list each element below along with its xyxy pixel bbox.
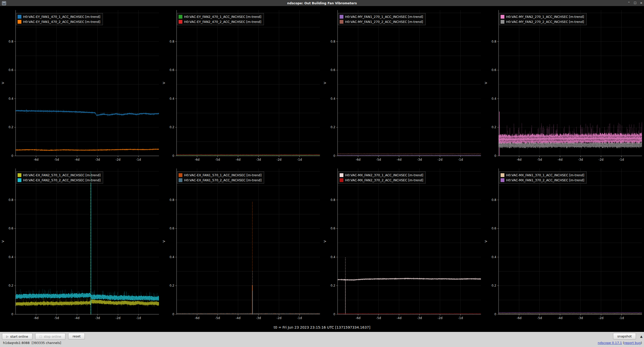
legend-channel-label: H0:VAC-EY_FAN2_470_1_ACC_INCHSEC [m-tren… [184,15,261,19]
play-icon: ▷ [6,335,8,338]
legend-channel-label: H0:VAC-MX_FAN2_370_1_ACC_INCHSEC [m-tren… [345,173,423,177]
x-tick-label: -6d [195,316,200,320]
plot-canvas-EX_FAN2_570[interactable]: 00.20.40.60.8-6d-5d-4d-3d-2d-1dV [0,164,161,323]
legend-entry: H0:VAC-MY_FAN1_270_1_ACC_INCHSEC [m-tren… [340,14,423,19]
window-titlebar: ndscope: Out Building Fan Vibrometers ⌃ … [0,0,644,6]
plot-legend[interactable]: H0:VAC-MX_FAN1_370_1_ACC_INCHSEC [m-tren… [499,171,587,184]
x-tick-label: -5d [54,316,59,320]
x-tick-label: -4d [396,158,401,161]
x-tick-label: -3d [417,316,422,320]
legend-swatch-icon [18,173,21,177]
snapshot-button[interactable]: snapshot [613,333,636,339]
legend-channel-label: H0:VAC-MY_FAN2_270_2_ACC_INCHSEC [m-tren… [506,20,584,24]
plot-canvas-MX_FAN2_370[interactable]: 00.20.40.60.8-6d-5d-4d-3d-2d-1dV [322,164,483,323]
legend-entry: H0:VAC-MY_FAN2_270_1_ACC_INCHSEC [m-tren… [501,14,584,19]
stop-online-button[interactable]: □ stop online [35,333,66,340]
x-tick-label: -3d [95,316,100,320]
legend-entry: H0:VAC-MX_FAN2_370_1_ACC_INCHSEC [m-tren… [340,172,423,178]
plot-panel-MY_FAN1_270: 00.20.40.60.8-6d-5d-4d-3d-2d-1dVH0:VAC-M… [322,6,483,164]
plot-panel-EY_FAN1_470: 00.20.40.60.8-6d-5d-4d-3d-2d-1dVH0:VAC-E… [0,6,161,164]
plot-canvas-EX_FAN1_570[interactable]: 00.20.40.60.8-6d-5d-4d-3d-2d-1dV [161,164,322,323]
series-H0-VAC-EY_FAN2_470_1_ACC_INCHSEC-m-trend- [177,155,320,155]
plot-legend[interactable]: H0:VAC-EY_FAN1_470_1_ACC_INCHSEC [m-tren… [16,13,103,25]
y-axis-unit-label: V [1,240,5,242]
x-tick-label: -2d [598,158,603,161]
legend-channel-label: H0:VAC-MX_FAN2_370_2_ACC_INCHSEC [m-tren… [345,178,423,182]
y-tick-label: 0.6 [9,68,13,72]
y-axis-unit-label: V [323,240,327,242]
x-tick-label: -6d [517,316,522,320]
expand-panel-arrow-icon[interactable]: ▲ [640,335,642,338]
plot-canvas-EY_FAN1_470[interactable]: 00.20.40.60.8-6d-5d-4d-3d-2d-1dV [0,6,161,164]
y-tick-label: 0.8 [170,40,174,43]
x-tick-label: -5d [376,316,381,320]
report-bug-link[interactable]: report bug [624,341,641,345]
maximize-window-button[interactable]: ☐ [634,0,636,6]
y-tick-label: 0.4 [492,255,496,259]
x-tick-label: -2d [437,316,442,320]
y-tick-label: 0.8 [331,198,335,202]
y-tick-label: 0 [11,154,13,158]
gridlines [16,10,159,156]
legend-channel-label: H0:VAC-EY_FAN1_470_2_ACC_INCHSEC [m-tren… [23,20,100,24]
shade-window-button[interactable]: ⌃ [628,0,630,6]
plot-legend[interactable]: H0:VAC-MX_FAN2_370_1_ACC_INCHSEC [m-tren… [338,171,426,184]
plot-canvas-EY_FAN2_470[interactable]: 00.20.40.60.8-6d-5d-4d-3d-2d-1dV [161,6,322,164]
plot-panel-MX_FAN2_370: 00.20.40.60.8-6d-5d-4d-3d-2d-1dVH0:VAC-M… [322,164,483,323]
axis-labels: 00.20.40.60.8-6d-5d-4d-3d-2d-1dV [484,198,624,320]
legend-channel-label: H0:VAC-MX_FAN1_370_2_ACC_INCHSEC [m-tren… [506,178,584,182]
legend-entry: H0:VAC-MX_FAN1_370_2_ACC_INCHSEC [m-tren… [501,178,584,183]
legend-swatch-icon [340,15,343,19]
x-tick-label: -3d [417,158,422,161]
legend-swatch-icon [179,20,182,24]
y-tick-label: 0.8 [492,40,496,43]
x-tick-label: -5d [537,316,542,320]
version-info: ndscope 0.17.1 (report bug) [598,341,642,345]
y-axis-unit-label: V [162,82,166,84]
x-tick-label: -1d [619,316,624,320]
x-tick-label: -1d [297,158,302,161]
x-tick-label: -6d [34,158,39,161]
series-H0-VAC-EY_FAN2_470_2_ACC_INCHSEC-m-trend- [177,155,320,155]
x-tick-label: -5d [215,158,220,161]
legend-entry: H0:VAC-EY_FAN2_470_2_ACC_INCHSEC [m-tren… [179,19,261,24]
plot-canvas-MY_FAN1_270[interactable]: 00.20.40.60.8-6d-5d-4d-3d-2d-1dV [322,6,483,164]
x-tick-label: -1d [136,158,141,161]
legend-swatch-icon [501,173,504,177]
y-tick-label: 0.2 [331,284,335,287]
ndscope-version-link[interactable]: ndscope 0.17.1 [598,341,622,345]
plot-grid: 00.20.40.60.8-6d-5d-4d-3d-2d-1dVH0:VAC-E… [0,6,644,323]
y-axis-unit-label: V [162,240,166,242]
plot-legend[interactable]: H0:VAC-EY_FAN2_470_1_ACC_INCHSEC [m-tren… [177,13,264,25]
y-tick-label: 0.4 [331,97,335,100]
legend-swatch-icon [18,15,21,19]
x-tick-label: -5d [54,158,59,161]
legend-swatch-icon [340,173,343,177]
plot-legend[interactable]: H0:VAC-EX_FAN2_570_1_ACC_INCHSEC [m-tren… [16,171,103,184]
bottom-bar: ▷ start online □ stop online reset snaps… [0,332,644,347]
gridlines [499,168,642,314]
reset-button[interactable]: reset [68,333,85,339]
start-online-button[interactable]: ▷ start online [2,333,32,340]
plot-canvas-MY_FAN2_270[interactable]: 00.20.40.60.8-6d-5d-4d-3d-2d-1dV [483,6,644,164]
t0-label: t0 = Fri Jun 23 2023 23:15:16 UTC [13715… [274,325,370,329]
plot-legend[interactable]: H0:VAC-MY_FAN1_270_1_ACC_INCHSEC [m-tren… [338,13,426,25]
plot-legend[interactable]: H0:VAC-MY_FAN2_270_1_ACC_INCHSEC [m-tren… [499,13,587,25]
close-window-button[interactable]: ✕ [640,0,642,6]
x-tick-label: -1d [619,158,624,161]
y-tick-label: 0.4 [331,255,335,259]
x-tick-label: -6d [195,158,200,161]
plot-canvas-MX_FAN1_370[interactable]: 00.20.40.60.8-6d-5d-4d-3d-2d-1dV [483,164,644,323]
x-tick-label: -2d [598,316,603,320]
plot-legend[interactable]: H0:VAC-EX_FAN1_570_1_ACC_INCHSEC [m-tren… [177,171,264,184]
x-tick-label: -4d [557,158,562,161]
x-tick-label: -6d [356,316,361,320]
legend-channel-label: H0:VAC-MY_FAN2_270_1_ACC_INCHSEC [m-tren… [506,15,584,19]
gridlines [16,168,159,314]
legend-entry: H0:VAC-EY_FAN1_470_2_ACC_INCHSEC [m-tren… [18,19,100,24]
series-H0-VAC-EX_FAN1_570_2_ACC_INCHSEC-m-trend- [177,271,320,314]
plot-panel-EX_FAN2_570: 00.20.40.60.8-6d-5d-4d-3d-2d-1dVH0:VAC-E… [0,164,161,323]
x-tick-label: -1d [458,316,463,320]
x-tick-label: -4d [74,158,79,161]
legend-swatch-icon [501,20,504,24]
